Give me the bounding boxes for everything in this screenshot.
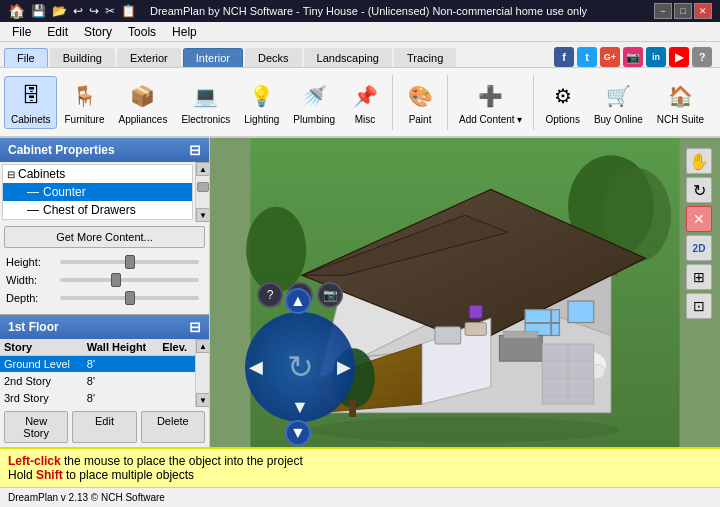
nav-down-button[interactable]: ▼	[291, 397, 309, 418]
delete-tool-button[interactable]: ✕	[686, 206, 712, 232]
open-icon[interactable]: 📂	[52, 4, 67, 18]
panel-toggle-icon[interactable]: ⊟	[189, 142, 201, 158]
floor-scroll-down[interactable]: ▼	[196, 393, 209, 407]
floor-cell-ground-elev	[158, 356, 195, 373]
misc-icon: 📌	[349, 80, 381, 112]
floor-panel-title: 1st Floor	[8, 320, 59, 334]
linkedin-icon[interactable]: in	[646, 47, 666, 67]
tool-lighting[interactable]: 💡 Lighting	[237, 76, 286, 129]
2d-view-button[interactable]: 2D	[686, 235, 712, 261]
redo-icon[interactable]: ↪	[89, 4, 99, 18]
tool-plumbing[interactable]: 🚿 Plumbing	[286, 76, 342, 129]
tab-tracing[interactable]: Tracing	[394, 48, 456, 67]
youtube-icon[interactable]: ▶	[669, 47, 689, 67]
tree-item-chest[interactable]: — Chest of Drawers	[3, 201, 192, 219]
twitter-icon[interactable]: t	[577, 47, 597, 67]
floor-scrollbar[interactable]: ▲ ▼	[195, 339, 209, 407]
help-tool-button[interactable]: ?	[257, 282, 283, 308]
width-thumb[interactable]	[111, 273, 121, 287]
paint-icon: 🎨	[404, 80, 436, 112]
menu-edit[interactable]: Edit	[39, 23, 76, 41]
tool-options[interactable]: ⚙ Options	[538, 76, 586, 129]
tool-cabinets[interactable]: 🗄 Cabinets	[4, 76, 57, 129]
tab-decks[interactable]: Decks	[245, 48, 302, 67]
floor-row-2nd[interactable]: 2nd Story 8'	[0, 373, 195, 390]
new-story-button[interactable]: New Story	[4, 411, 68, 443]
tab-exterior[interactable]: Exterior	[117, 48, 181, 67]
nav-down-ext-button[interactable]: ▼	[285, 420, 311, 446]
cabinets-label: Cabinets	[11, 114, 50, 125]
plumbing-label: Plumbing	[293, 114, 335, 125]
width-slider[interactable]	[60, 278, 199, 282]
maximize-button[interactable]: □	[674, 3, 692, 19]
tab-interior[interactable]: Interior	[183, 48, 243, 67]
menu-story[interactable]: Story	[76, 23, 120, 41]
tree-item-cabinets[interactable]: ⊟ Cabinets	[3, 165, 192, 183]
scroll-up-arrow[interactable]: ▲	[196, 162, 209, 176]
titlebar-controls[interactable]: − □ ✕	[654, 3, 712, 19]
rotate-tool-button[interactable]: ↻	[686, 177, 712, 203]
googleplus-icon[interactable]: G+	[600, 47, 620, 67]
menu-tools[interactable]: Tools	[120, 23, 164, 41]
tool-buy-online[interactable]: 🛒 Buy Online	[587, 76, 650, 129]
undo-icon[interactable]: ↩	[73, 4, 83, 18]
info-icon[interactable]: ?	[692, 47, 712, 67]
camera-tool-button[interactable]: 📷	[317, 282, 343, 308]
tree-item-bureau[interactable]: — Bureau	[3, 219, 192, 220]
facebook-icon[interactable]: f	[554, 47, 574, 67]
col-wall-height: Wall Height	[83, 339, 158, 356]
tab-building[interactable]: Building	[50, 48, 115, 67]
height-slider[interactable]	[60, 260, 199, 264]
electronics-label: Electronics	[181, 114, 230, 125]
tab-landscaping[interactable]: Landscaping	[304, 48, 392, 67]
navigation-overlay[interactable]: ? + 📷 ▲ ↻ ◀ ▶ ▼ ▼	[245, 282, 355, 392]
height-label: Height:	[6, 256, 56, 268]
tree-scrollbar[interactable]: ▲ ▼	[195, 162, 209, 222]
nav-up-button[interactable]: ▲	[285, 288, 311, 314]
scroll-down-arrow[interactable]: ▼	[196, 208, 209, 222]
minimize-button[interactable]: −	[654, 3, 672, 19]
floor-table: Story Wall Height Elev. Ground Level 8'	[0, 339, 195, 407]
save-icon[interactable]: 💾	[31, 4, 46, 18]
snap-tool-button[interactable]: ⊡	[686, 293, 712, 319]
tool-add-content[interactable]: ➕ Add Content ▾	[452, 76, 529, 129]
menu-file[interactable]: File	[4, 23, 39, 41]
hand-tool-button[interactable]: ✋	[686, 148, 712, 174]
floor-cell-2nd-height: 8'	[83, 373, 158, 390]
floor-panel-toggle-icon[interactable]: ⊟	[189, 319, 201, 335]
tool-nch-suite[interactable]: 🏠 NCH Suite	[650, 76, 711, 129]
edit-story-button[interactable]: Edit	[72, 411, 136, 443]
tool-appliances[interactable]: 📦 Appliances	[111, 76, 174, 129]
viewport[interactable]: ? + 📷 ▲ ↻ ◀ ▶ ▼ ▼	[210, 138, 720, 447]
floor-row-ground[interactable]: Ground Level 8'	[0, 356, 195, 373]
instagram-icon[interactable]: 📷	[623, 47, 643, 67]
height-thumb[interactable]	[125, 255, 135, 269]
nav-circle[interactable]: ↻ ◀ ▶ ▼	[245, 312, 355, 422]
tool-furniture[interactable]: 🪑 Furniture	[57, 76, 111, 129]
svg-rect-22	[435, 327, 461, 344]
nav-left-button[interactable]: ◀	[249, 356, 263, 378]
get-more-content-button[interactable]: Get More Content...	[4, 226, 205, 248]
tool-electronics[interactable]: 💻 Electronics	[174, 76, 237, 129]
delete-story-button[interactable]: Delete	[141, 411, 205, 443]
depth-thumb[interactable]	[125, 291, 135, 305]
grid-view-button[interactable]: ⊞	[686, 264, 712, 290]
svg-rect-21	[568, 301, 594, 322]
copy-icon[interactable]: 📋	[121, 4, 136, 18]
depth-slider[interactable]	[60, 296, 199, 300]
cabinet-tree[interactable]: ⊟ Cabinets — Counter — Chest of Drawers …	[2, 164, 193, 220]
col-story: Story	[0, 339, 83, 356]
tab-file[interactable]: File	[4, 48, 48, 67]
status-line-2: Hold Shift to place multiple objects	[8, 468, 712, 482]
tool-paint[interactable]: 🎨 Paint	[397, 76, 443, 129]
menu-help[interactable]: Help	[164, 23, 205, 41]
floor-row-3rd[interactable]: 3rd Story 8'	[0, 390, 195, 407]
nav-right-button[interactable]: ▶	[337, 356, 351, 378]
scroll-thumb[interactable]	[197, 182, 209, 192]
close-button[interactable]: ✕	[694, 3, 712, 19]
scroll-track	[196, 176, 209, 208]
cut-icon[interactable]: ✂	[105, 4, 115, 18]
tool-misc[interactable]: 📌 Misc	[342, 76, 388, 129]
floor-scroll-up[interactable]: ▲	[196, 339, 209, 353]
tree-item-counter[interactable]: — Counter	[3, 183, 192, 201]
